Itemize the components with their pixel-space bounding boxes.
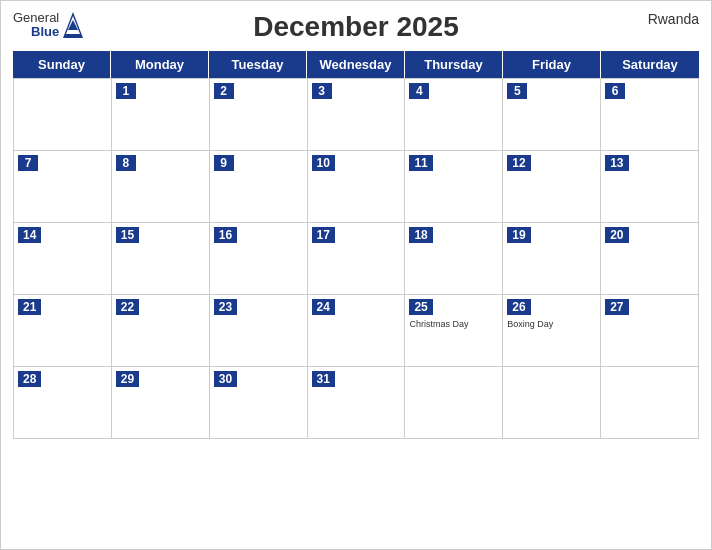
logo-wrapper: General Blue: [13, 11, 83, 40]
date-number: 11: [409, 155, 432, 171]
day-header-sunday: Sunday: [13, 51, 111, 78]
date-number: 19: [507, 227, 530, 243]
date-number: 29: [116, 371, 139, 387]
date-number: 14: [18, 227, 41, 243]
cal-cell: 23: [210, 295, 308, 367]
cal-cell: 6: [601, 79, 699, 151]
date-number: 16: [214, 227, 237, 243]
date-number: 31: [312, 371, 335, 387]
date-number: 21: [18, 299, 41, 315]
holiday-label: Boxing Day: [507, 319, 596, 330]
date-number: 10: [312, 155, 335, 171]
date-number: 2: [214, 83, 234, 99]
cal-cell: 29: [112, 367, 210, 439]
cal-cell: 3: [308, 79, 406, 151]
date-number: 17: [312, 227, 335, 243]
cal-cell: 25Christmas Day: [405, 295, 503, 367]
cal-cell: 26Boxing Day: [503, 295, 601, 367]
cal-cell: [14, 79, 112, 151]
day-header-wednesday: Wednesday: [307, 51, 405, 78]
date-number: 3: [312, 83, 332, 99]
date-number: 20: [605, 227, 628, 243]
day-headers: SundayMondayTuesdayWednesdayThursdayFrid…: [13, 51, 699, 78]
date-number: 26: [507, 299, 530, 315]
cal-cell: 8: [112, 151, 210, 223]
cal-cell: 28: [14, 367, 112, 439]
day-header-friday: Friday: [503, 51, 601, 78]
date-number: 5: [507, 83, 527, 99]
cal-cell: 21: [14, 295, 112, 367]
date-number: 6: [605, 83, 625, 99]
cal-cell: 5: [503, 79, 601, 151]
cal-cell: 9: [210, 151, 308, 223]
date-number: 9: [214, 155, 234, 171]
cal-cell: 22: [112, 295, 210, 367]
date-number: 22: [116, 299, 139, 315]
calendar-grid: 1234567891011121314151617181920212223242…: [13, 78, 699, 439]
date-number: 24: [312, 299, 335, 315]
cal-cell: 11: [405, 151, 503, 223]
cal-cell: 31: [308, 367, 406, 439]
date-number: 23: [214, 299, 237, 315]
date-number: 18: [409, 227, 432, 243]
cal-cell: 13: [601, 151, 699, 223]
day-header-tuesday: Tuesday: [209, 51, 307, 78]
date-number: 1: [116, 83, 136, 99]
date-number: 28: [18, 371, 41, 387]
cal-cell: 24: [308, 295, 406, 367]
cal-cell: 20: [601, 223, 699, 295]
cal-cell: 30: [210, 367, 308, 439]
day-header-saturday: Saturday: [601, 51, 699, 78]
logo-icon: [63, 12, 83, 38]
cal-cell: 17: [308, 223, 406, 295]
date-number: 7: [18, 155, 38, 171]
date-number: 8: [116, 155, 136, 171]
date-number: 12: [507, 155, 530, 171]
date-number: 13: [605, 155, 628, 171]
logo-general-text: General: [13, 11, 59, 25]
cal-cell: 27: [601, 295, 699, 367]
calendar: General Blue December 2025 Rwanda Sunday…: [0, 0, 712, 550]
day-header-monday: Monday: [111, 51, 209, 78]
cal-cell: 12: [503, 151, 601, 223]
date-number: 27: [605, 299, 628, 315]
country-label: Rwanda: [648, 11, 699, 27]
date-number: 4: [409, 83, 429, 99]
cal-cell: 4: [405, 79, 503, 151]
cal-cell: [601, 367, 699, 439]
day-header-thursday: Thursday: [405, 51, 503, 78]
month-title: December 2025: [253, 11, 458, 43]
cal-cell: 1: [112, 79, 210, 151]
date-number: 25: [409, 299, 432, 315]
cal-cell: 19: [503, 223, 601, 295]
cal-cell: 18: [405, 223, 503, 295]
cal-cell: 2: [210, 79, 308, 151]
cal-cell: 16: [210, 223, 308, 295]
cal-cell: [405, 367, 503, 439]
cal-cell: 10: [308, 151, 406, 223]
date-number: 30: [214, 371, 237, 387]
cal-cell: 7: [14, 151, 112, 223]
holiday-label: Christmas Day: [409, 319, 498, 330]
calendar-header: General Blue December 2025 Rwanda: [13, 11, 699, 43]
cal-cell: 15: [112, 223, 210, 295]
logo-area: General Blue: [13, 11, 83, 40]
date-number: 15: [116, 227, 139, 243]
cal-cell: 14: [14, 223, 112, 295]
cal-cell: [503, 367, 601, 439]
logo-blue-text: Blue: [31, 25, 59, 39]
